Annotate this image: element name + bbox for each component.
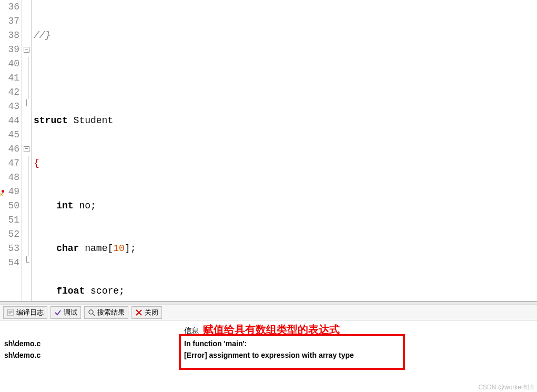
tab-label: 调试 (64, 308, 77, 317)
line-number: 43 (0, 99, 19, 114)
results-row[interactable]: sh\demo.c In function 'main': (0, 338, 537, 349)
fold-column: − − (22, 0, 32, 301)
results-header: 信息 赋值给具有数组类型的表达式 (0, 320, 537, 338)
log-icon (7, 309, 14, 316)
panel-divider[interactable] (0, 301, 537, 305)
results-row[interactable]: sh\demo.c [Error] assignment to expressi… (0, 349, 537, 361)
line-number: 36 (0, 0, 19, 14)
line-number: 42 (0, 85, 19, 99)
code-content[interactable]: //} struct Student { int no; char name[1… (32, 0, 537, 301)
fold-toggle-icon[interactable]: − (22, 43, 31, 57)
code-text: ]; (125, 243, 136, 254)
code-text: int (56, 200, 73, 211)
code-text: { (34, 158, 39, 168)
tab-close[interactable]: 关闭 (131, 306, 162, 319)
line-number-error: 49 (0, 185, 19, 199)
line-number: 39 (0, 43, 19, 57)
line-gutter: 36 37 38 39 40 41 42 43 44 45 46 47 48 4… (0, 0, 22, 301)
line-number: 48 (0, 170, 19, 185)
tab-compile-log[interactable]: 编译日志 (3, 306, 47, 319)
svg-point-4 (89, 310, 93, 314)
result-message: [Error] assignment to expression with ar… (184, 351, 537, 359)
close-icon (135, 309, 143, 316)
tab-label: 搜索结果 (97, 308, 125, 317)
code-text (32, 71, 537, 85)
tab-debug[interactable]: 调试 (50, 306, 81, 319)
line-number: 45 (0, 128, 19, 142)
tab-search-results[interactable]: 搜索结果 (84, 306, 128, 319)
column-header-info: 信息 (184, 326, 199, 335)
line-number: 47 (0, 156, 19, 170)
code-editor[interactable]: 36 37 38 39 40 41 42 43 44 45 46 47 48 4… (0, 0, 537, 301)
code-text: 10 (113, 243, 125, 254)
code-text: name[ (79, 243, 113, 254)
bottom-tabbar: 编译日志 调试 搜索结果 关闭 (0, 305, 537, 320)
svg-line-5 (93, 314, 95, 316)
code-text: //} (34, 30, 50, 41)
fold-toggle-icon[interactable]: − (22, 142, 31, 156)
result-path: sh\demo.c (0, 339, 184, 348)
line-number: 40 (0, 57, 19, 71)
code-text: no; (74, 200, 96, 211)
annotation-text: 赋值给具有数组类型的表达式 (203, 324, 340, 335)
result-path: sh\demo.c (0, 351, 184, 359)
line-number: 53 (0, 242, 19, 256)
code-text: char (56, 243, 79, 254)
bottom-panel: 编译日志 调试 搜索结果 关闭 信息 赋值给具有数组类型的表达式 sh\demo… (0, 305, 537, 392)
watermark: CSDN @worker618 (478, 384, 534, 391)
line-number: 51 (0, 213, 19, 227)
line-number: 44 (0, 114, 19, 128)
tab-label: 编译日志 (16, 308, 44, 317)
line-number: 46 (0, 142, 19, 156)
result-message: In function 'main': (184, 339, 537, 348)
line-number: 54 (0, 256, 19, 270)
code-text: score; (85, 286, 125, 296)
code-text: float (56, 286, 85, 296)
search-icon (88, 309, 95, 316)
code-text: Student (68, 115, 113, 126)
line-number: 37 (0, 14, 19, 28)
line-number: 52 (0, 227, 19, 242)
code-text: struct (34, 115, 68, 126)
line-number: 41 (0, 71, 19, 85)
line-number: 38 (0, 28, 19, 43)
tab-label: 关闭 (145, 308, 158, 317)
check-icon (54, 309, 62, 316)
